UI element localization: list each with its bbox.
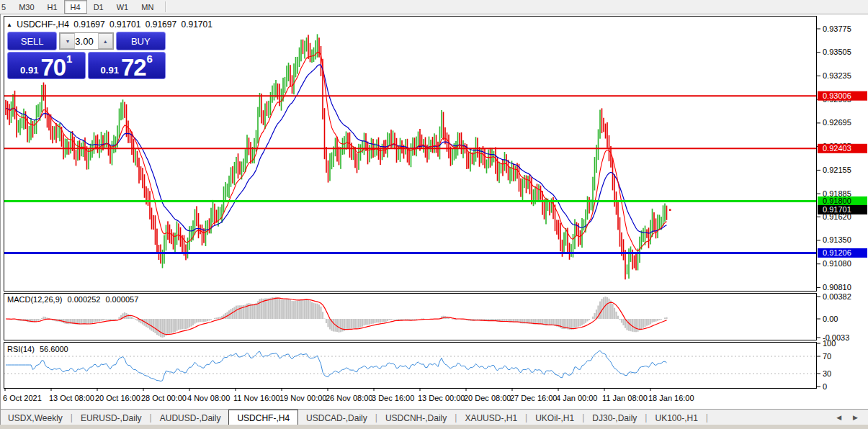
sell-button[interactable]: SELL — [7, 32, 57, 50]
tabs-scroll-right-icon[interactable]: ▶ — [853, 414, 858, 421]
timeframe-button-w1[interactable]: W1 — [110, 0, 135, 14]
svg-text:4 Jan 00:00: 4 Jan 00:00 — [556, 394, 598, 402]
svg-text:0.90810: 0.90810 — [823, 283, 851, 292]
quote-close: 0.91701 — [181, 19, 212, 30]
buy-button[interactable]: BUY — [116, 32, 166, 50]
timeframe-button-mn[interactable]: MN — [135, 0, 160, 14]
tab-eurusd-daily[interactable]: EURUSD-,Daily — [73, 411, 150, 425]
buy-price-sup: 6 — [147, 54, 153, 64]
chart-tabbar: USDX,Weekly|EURUSD-,Daily|AUDUSD-,DailyU… — [0, 409, 868, 425]
buy-price-display[interactable]: 0.91 72 6 — [88, 52, 166, 79]
timeframe-button-m30[interactable]: M30 — [12, 0, 40, 14]
svg-text:28 Oct 00:00: 28 Oct 00:00 — [141, 394, 187, 402]
date-axis: 6 Oct 202113 Oct 08:0020 Oct 16:0028 Oct… — [3, 388, 694, 402]
level-lines-layer — [4, 96, 816, 253]
rsi-line — [6, 351, 667, 381]
svg-text:0.92695: 0.92695 — [823, 118, 851, 127]
svg-text:26 Nov 08:00: 26 Nov 08:00 — [326, 394, 372, 402]
svg-text:13 Oct 08:00: 13 Oct 08:00 — [49, 394, 94, 402]
svg-text:18 Jan 16:00: 18 Jan 16:00 — [648, 394, 694, 402]
sell-price-sup: 1 — [66, 54, 72, 64]
quote-header: ▲ USDCHF-,H4 0.91697 0.91701 0.91697 0.9… — [6, 19, 215, 30]
volume-spinner: ▼ 3.00 ▲ — [59, 32, 113, 50]
rsi-level-lines — [4, 356, 816, 374]
tab-dj30-daily[interactable]: DJ30-,Daily — [584, 411, 645, 425]
svg-text:0.91206: 0.91206 — [823, 248, 851, 257]
rsi-indicator-label: RSI(14) 56.6000 — [7, 345, 71, 353]
svg-text:100: 100 — [823, 339, 836, 348]
macd-value-1: 0.000252 — [67, 295, 100, 304]
price-axis-badges: 0.930060.924030.918000.912060.91701 — [818, 91, 867, 258]
svg-text:0.91701: 0.91701 — [823, 205, 851, 214]
quote-low: 0.91697 — [146, 19, 176, 30]
macd-value-2: 0.000057 — [105, 295, 138, 304]
svg-text:0.93505: 0.93505 — [823, 48, 851, 56]
tab-xauusd-h1[interactable]: XAUUSD-,H1 — [457, 411, 525, 425]
toolbar-separator — [165, 1, 166, 12]
svg-text:13 Dec 00:00: 13 Dec 00:00 — [418, 394, 465, 402]
svg-text:4 Nov 08:00: 4 Nov 08:00 — [187, 394, 230, 402]
svg-text:0.91800: 0.91800 — [823, 197, 851, 205]
chevron-down-icon: ▼ — [65, 39, 70, 44]
svg-text:0.00: 0.00 — [823, 315, 838, 323]
volume-decrease-button[interactable]: ▼ — [60, 33, 75, 49]
tab-audusd-daily[interactable]: AUDUSD-,Daily — [152, 411, 229, 425]
buy-price-big: 72 — [121, 58, 146, 77]
status-strip — [0, 425, 868, 429]
tab-separator: | — [706, 412, 708, 423]
period-toolbar: 5M30H1H4D1W1MN — [0, 0, 868, 14]
svg-text:6 Oct 2021: 6 Oct 2021 — [3, 394, 42, 402]
quote-high: 0.91701 — [109, 19, 140, 30]
svg-text:3 Dec 16:00: 3 Dec 16:00 — [372, 394, 414, 402]
current-price-marker — [669, 209, 671, 211]
svg-text:30: 30 — [823, 369, 831, 378]
svg-text:11 Jan 08:00: 11 Jan 08:00 — [602, 394, 648, 402]
buy-price-prefix: 0.91 — [101, 63, 119, 77]
quote-open: 0.91697 — [73, 19, 104, 30]
svg-text:70: 70 — [823, 352, 831, 361]
tab-usdx-weekly[interactable]: USDX,Weekly — [0, 411, 71, 425]
sell-price-display[interactable]: 0.91 70 1 — [7, 52, 86, 79]
sell-price-prefix: 0.91 — [20, 63, 38, 77]
svg-text:0.93235: 0.93235 — [823, 71, 851, 80]
svg-text:0: 0 — [823, 382, 827, 391]
macd-indicator-label: MACD(12,26,9) 0.000252 0.000057 — [7, 295, 141, 304]
timeframe-button-h4[interactable]: H4 — [64, 0, 87, 14]
one-click-trade-panel: SELL ▼ 3.00 ▲ BUY 0.91 70 1 0.91 72 6 — [7, 32, 166, 79]
tab-uk100-h1[interactable]: UK100-,H1 — [647, 411, 705, 425]
macd-name: MACD(12,26,9) — [7, 295, 62, 304]
timeframe-button-d1[interactable]: D1 — [87, 0, 110, 14]
tabs-scroll-left-icon[interactable]: ◀ — [836, 414, 841, 421]
svg-text:0.00382: 0.00382 — [823, 292, 851, 301]
timeframe-button-h1[interactable]: H1 — [41, 0, 64, 14]
chevron-up-icon: ▲ — [103, 39, 108, 44]
tab-usdchf-h4[interactable]: USDCHF-,H4 — [228, 410, 298, 425]
collapse-panel-icon[interactable]: ▲ — [6, 22, 12, 28]
volume-input[interactable]: 3.00 — [75, 33, 97, 49]
symbol-period-label: USDCHF-,H4 — [17, 19, 69, 30]
svg-text:0.92155: 0.92155 — [823, 166, 851, 174]
indicator-axes: 0.003820.00-0.003310070300 — [816, 292, 851, 391]
svg-text:0.93006: 0.93006 — [823, 91, 851, 100]
sell-price-big: 70 — [40, 58, 66, 77]
window-left-border — [0, 14, 1, 425]
svg-text:0.93775: 0.93775 — [823, 24, 851, 33]
rsi-value: 56.6000 — [40, 345, 68, 353]
svg-text:20 Dec 08:00: 20 Dec 08:00 — [464, 394, 511, 402]
tab-usdcnh-daily[interactable]: USDCNH-,Daily — [377, 411, 455, 425]
tab-ukoil-h1[interactable]: UKOil-,H1 — [527, 411, 582, 425]
svg-text:27 Dec 16:00: 27 Dec 16:00 — [510, 394, 557, 402]
ma-fast-line — [6, 53, 667, 251]
volume-increase-button[interactable]: ▲ — [98, 33, 113, 49]
rsi-name: RSI(14) — [7, 345, 35, 353]
svg-text:0.91080: 0.91080 — [823, 259, 851, 268]
svg-text:20 Oct 16:00: 20 Oct 16:00 — [95, 394, 140, 402]
tab-usdcad-daily[interactable]: USDCAD-,Daily — [298, 411, 375, 425]
svg-text:0.91350: 0.91350 — [823, 235, 851, 244]
svg-text:11 Nov 16:00: 11 Nov 16:00 — [233, 394, 280, 402]
svg-text:0.92403: 0.92403 — [823, 144, 851, 153]
timeframe-button-5[interactable]: 5 — [0, 0, 12, 14]
svg-text:19 Nov 00:00: 19 Nov 00:00 — [279, 394, 326, 402]
